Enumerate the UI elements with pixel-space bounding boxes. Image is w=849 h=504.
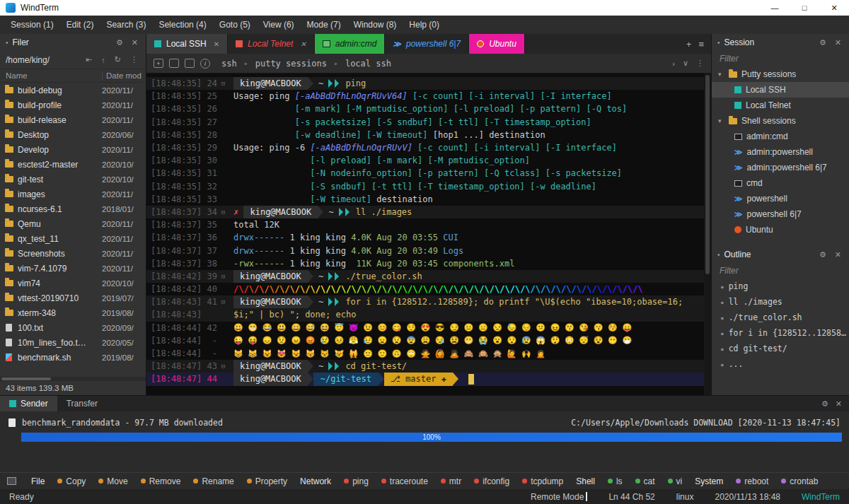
- outline-item-[interactable]: ●...: [712, 356, 849, 372]
- filer-hscrollbar[interactable]: [0, 377, 146, 381]
- session-item-powershell[interactable]: ≫powershell: [712, 191, 849, 206]
- outline-item-ping[interactable]: ●ping: [712, 279, 849, 294]
- file-row-images[interactable]: images2020/11/: [0, 187, 146, 201]
- session-item-ubuntu[interactable]: Ubuntu: [712, 222, 849, 238]
- tab-close-icon[interactable]: ✕: [214, 40, 219, 48]
- file-row-screenshots[interactable]: Screenshots2020/11/: [0, 246, 146, 261]
- bottom-tab-transfer[interactable]: Transfer: [57, 396, 107, 411]
- file-row-ncurses-6-1[interactable]: ncurses-6.12018/01/: [0, 201, 146, 216]
- toolbar-reboot[interactable]: reboot: [729, 473, 775, 489]
- file-row-qemu[interactable]: Qemu2020/11/: [0, 216, 146, 231]
- column-header-date[interactable]: Date mod: [102, 71, 146, 80]
- toolbar-copy[interactable]: Copy: [51, 473, 92, 489]
- menu-window-8[interactable]: Window (8): [347, 16, 403, 33]
- file-row-desktop[interactable]: Desktop2020/06/: [0, 127, 146, 142]
- file-row-10m-lines-foo-t[interactable]: 10m_lines_foo.t…2020/05/: [0, 335, 146, 350]
- file-row-vim-7-4-1079[interactable]: vim-7.4.10792020/11/: [0, 261, 146, 276]
- file-row-git-test[interactable]: git-test2020/10/: [0, 172, 146, 187]
- bottom-tab-sender[interactable]: Sender: [0, 396, 57, 411]
- fold-marker-icon[interactable]: ⊟: [217, 209, 229, 216]
- breadcrumb-segment-ssh[interactable]: ssh: [221, 59, 237, 69]
- tab-powershell-6-7[interactable]: ≫powershell 6|7: [385, 34, 469, 54]
- collapse-all-icon[interactable]: ⇤: [83, 55, 94, 64]
- menu-search-3[interactable]: Search (3): [100, 16, 152, 33]
- file-row-xterm-348[interactable]: xterm-3482019/08/: [0, 305, 146, 320]
- toolbar-ping[interactable]: ping: [337, 473, 375, 489]
- menu-session-1[interactable]: Session (1): [4, 16, 60, 33]
- pane-icon[interactable]: [169, 59, 179, 68]
- window-grid-icon[interactable]: [7, 477, 16, 485]
- tab-close-icon[interactable]: ✕: [300, 40, 306, 48]
- scrollbar-thumb[interactable]: [705, 75, 710, 274]
- refresh-icon[interactable]: ↻: [112, 55, 123, 64]
- column-header-name[interactable]: Name: [0, 71, 102, 80]
- menu-selection-4[interactable]: Selection (4): [152, 16, 212, 33]
- expand-icon[interactable]: ›: [672, 59, 675, 68]
- collapse-arrow-icon[interactable]: ▾: [718, 71, 724, 78]
- tab-ubuntu[interactable]: Ubuntu: [469, 34, 525, 54]
- new-tab-button[interactable]: +: [686, 39, 692, 49]
- transfer-close-icon[interactable]: ✕: [836, 399, 842, 409]
- session-close-icon[interactable]: ✕: [833, 38, 843, 47]
- status-windterm[interactable]: WindTerm: [802, 492, 840, 502]
- scrollbar-thumb[interactable]: [1, 377, 51, 380]
- tab-admin-cmd[interactable]: admin:cmd: [315, 34, 386, 54]
- toolbar-file[interactable]: File: [25, 473, 51, 489]
- toolbar-tcpdump[interactable]: tcpdump: [516, 473, 570, 489]
- filer-menu-icon[interactable]: ⋮: [128, 55, 140, 64]
- collapse-arrow-icon[interactable]: ▾: [718, 117, 724, 124]
- session-item-admin-powershell[interactable]: ≫admin:powershell: [712, 144, 849, 160]
- toolbar-traceroute[interactable]: traceroute: [375, 473, 434, 489]
- file-row-100-txt[interactable]: 100.txt2020/09/: [0, 320, 146, 335]
- session-item-powershell-6-7[interactable]: ≫powershell 6|7: [712, 206, 849, 222]
- session-item-cmd[interactable]: cmd: [712, 175, 849, 191]
- toolbar-rename[interactable]: Rename: [187, 473, 240, 489]
- outline-item-true-color-sh[interactable]: ●./true_color.sh: [712, 310, 849, 325]
- up-directory-icon[interactable]: ↑: [99, 56, 108, 64]
- toolbar-vi[interactable]: vi: [662, 473, 689, 489]
- session-item-putty-sessions[interactable]: ▾Putty sessions: [712, 66, 849, 82]
- filer-path[interactable]: /home/king/: [6, 55, 79, 65]
- outline-item-for-i-in-128512-128589[interactable]: ●for i in {128512..128589}: [712, 325, 849, 341]
- toolbar-move[interactable]: Move: [92, 473, 134, 489]
- session-item-shell-sessions[interactable]: ▾Shell sessions: [712, 113, 849, 129]
- outline-settings-icon[interactable]: ⚙: [817, 250, 828, 259]
- toolbar-network[interactable]: Network: [294, 473, 337, 489]
- file-row-esctest2-master[interactable]: esctest2-master2020/10/: [0, 157, 146, 172]
- toolbar-crontab[interactable]: crontab: [775, 473, 824, 489]
- session-item-admin-cmd[interactable]: admin:cmd: [712, 129, 849, 144]
- menu-view-6[interactable]: View (6): [257, 16, 301, 33]
- toolbar-ls[interactable]: ls: [601, 473, 629, 489]
- menu-mode-7[interactable]: Mode (7): [301, 16, 347, 33]
- outline-item-ll-images[interactable]: ●ll ./images: [712, 294, 849, 310]
- menu-edit-2[interactable]: Edit (2): [60, 16, 100, 33]
- dropdown-icon[interactable]: ∨: [683, 59, 688, 68]
- fold-marker-icon[interactable]: ⊟: [217, 363, 229, 370]
- toolbar-property[interactable]: Property: [241, 473, 294, 489]
- status-2020-11-13-18-48[interactable]: 2020/11/13 18:48: [715, 492, 780, 502]
- tab-local-ssh[interactable]: Local SSH✕: [146, 34, 228, 54]
- session-settings-icon[interactable]: ⚙: [817, 38, 828, 47]
- filer-close-icon[interactable]: ✕: [129, 38, 140, 47]
- toolbar-shell[interactable]: Shell: [570, 473, 601, 489]
- toolbar-cat[interactable]: cat: [629, 473, 662, 489]
- outline-filter-input[interactable]: Filter: [712, 263, 849, 279]
- status-remote-mode[interactable]: Remote Mode: [531, 492, 587, 502]
- file-row-qx-test-11[interactable]: qx_test_112020/11/: [0, 231, 146, 246]
- session-item-admin-powershell-6-7[interactable]: ≫admin:powershell 6|7: [712, 160, 849, 175]
- menu-help-0[interactable]: Help (0): [403, 16, 446, 33]
- breadcrumb-segment-putty-sessions[interactable]: putty sessions: [255, 59, 327, 69]
- toolbar-remove[interactable]: Remove: [134, 473, 187, 489]
- filer-settings-icon[interactable]: ⚙: [114, 38, 125, 47]
- toolbar-mtr[interactable]: mtr: [434, 473, 468, 489]
- terminal[interactable]: [18:48:35]24⊟king@MACBOOK ~ ping[18:48:3…: [146, 74, 711, 395]
- tab-local-telnet[interactable]: Local Telnet✕: [228, 34, 315, 54]
- split-pane-icon[interactable]: +: [154, 59, 163, 68]
- file-row-develop[interactable]: Develop2020/11/: [0, 142, 146, 157]
- fold-marker-icon[interactable]: ⊟: [217, 80, 229, 87]
- new-window-icon[interactable]: [185, 59, 195, 68]
- file-row-benchmark-sh[interactable]: benchmark.sh2019/08/: [0, 350, 146, 365]
- terminal-scrollbar[interactable]: [704, 74, 711, 395]
- info-icon[interactable]: i: [200, 59, 210, 69]
- tab-menu-button[interactable]: ≡: [698, 39, 704, 49]
